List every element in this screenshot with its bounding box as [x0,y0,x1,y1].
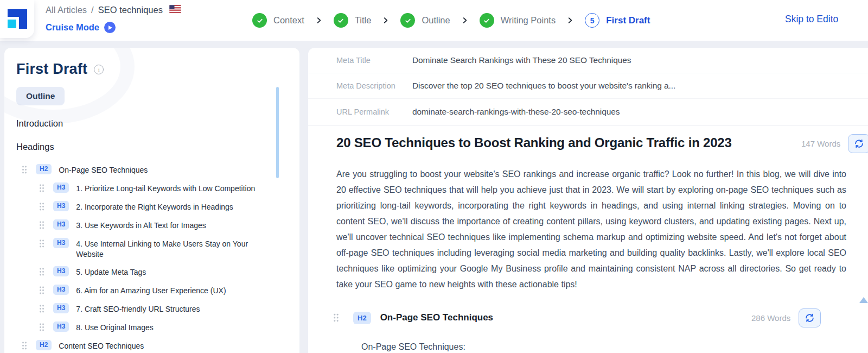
outline-item-text: On-Page SEO Techniques [59,164,148,175]
check-icon [400,13,415,28]
step-label: Context [273,15,304,26]
heading-level-badge: H2 [36,164,52,174]
sidebar-item-headings[interactable]: Headings [16,142,299,152]
outline-item[interactable]: H3 3. Use Keywords in Alt Text for Image… [4,219,299,231]
outline-item-text: 1. Prioritize Long-tail Keywords with Lo… [76,182,255,194]
sidebar-item-introduction[interactable]: Introduction [16,118,299,129]
outline-item[interactable]: H2 On-Page SEO Techniques [4,164,299,176]
drag-handle-icon[interactable] [39,203,44,213]
outline-item-text: 7. Craft SEO-friendly URL Structures [76,303,200,314]
meta-title-row[interactable]: Meta Title Dominate Search Rankings with… [308,48,868,73]
step-context[interactable]: Context [252,13,304,28]
drag-handle-icon[interactable] [39,239,44,250]
section-h2-title[interactable]: On-Page SEO Techniques [380,312,493,323]
heading-level-badge: H2 [353,312,371,324]
section-header-row[interactable]: H2 On-Page SEO Techniques 286 Words [308,308,868,327]
outline-item-text: 3. Use Keywords in Alt Text for Images [76,219,206,231]
progress-stepper: Context Title Outline [252,0,650,41]
step-label: Outline [422,15,450,26]
outline-item-text: Content SEO Techniques [59,340,144,351]
outline-item-text: 4. Use Internal Linking to Make Users St… [76,238,263,260]
tab-outline[interactable]: Outline [16,87,65,105]
meta-description-value[interactable]: Discover the top 20 SEO techniques to bo… [412,81,675,91]
heading-level-badge: H3 [53,182,69,193]
drag-handle-icon[interactable] [39,268,44,278]
outline-list: H2 On-Page SEO Techniques H3 1. Prioriti… [4,164,299,353]
step-number-badge: 5 [585,13,599,28]
drag-handle-icon[interactable] [333,313,339,324]
step-first-draft[interactable]: 5 First Draft [585,13,650,28]
outline-item[interactable]: H3 1. Prioritize Long-tail Keywords with… [4,182,299,194]
editor-panel: Meta Title Dominate Search Rankings with… [308,48,868,353]
outline-item[interactable]: H3 2. Incorporate the Right Keywords in … [4,201,299,213]
chevron-right-icon [566,16,574,24]
meta-title-value[interactable]: Dominate Search Rankings with These 20 S… [412,55,631,65]
app-window: All Articles / SEO techniques [0,0,868,353]
heading-level-badge: H3 [53,266,69,276]
url-permalink-label: URL Permalink [336,108,412,116]
top-header: All Articles / SEO techniques [0,0,868,41]
app-logo[interactable] [0,0,34,38]
regenerate-button[interactable] [799,308,821,327]
play-icon[interactable] [104,22,116,33]
chevron-right-icon [461,16,469,24]
chevron-right-icon [382,16,390,24]
outline-item[interactable]: H3 8. Use Original Images [4,322,299,333]
heading-level-badge: H3 [53,201,69,211]
outline-item-text: 5. Update Meta Tags [76,266,146,278]
outline-item[interactable]: H3 7. Craft SEO-friendly URL Structures [4,303,299,315]
outline-item[interactable]: H2 Content SEO Techniques [4,340,299,352]
url-permalink-row[interactable]: URL Permalink dominate-search-rankings-w… [308,99,868,124]
drag-handle-icon[interactable] [22,342,27,352]
step-outline[interactable]: Outline [400,13,450,28]
decorative-circle [4,48,135,124]
scalenut-logo-icon [8,9,27,29]
intro-paragraph[interactable]: Are you struggling to boost your website… [336,166,846,292]
meta-description-row[interactable]: Meta Description Discover the top 20 SEO… [308,73,868,99]
section-body-text[interactable]: On-Page SEO Techniques: Optimizing your … [361,339,846,353]
heading-level-badge: H2 [36,340,52,350]
meta-section: Meta Title Dominate Search Rankings with… [308,48,868,125]
outline-item-text: 6. Aim for an Amazing User Experience (U… [76,285,226,296]
cruise-mode-button[interactable]: Cruise Mode [46,22,99,33]
regenerate-button[interactable] [848,134,868,153]
step-writing-points[interactable]: Writing Points [480,13,556,28]
outline-item[interactable]: H3 4. Use Internal Linking to Make Users… [4,238,299,260]
chevron-right-icon [315,16,323,24]
document-h1-title[interactable]: 20 SEO Techniques to Boost Ranking and O… [336,135,732,150]
drag-handle-icon[interactable] [39,221,44,231]
check-icon [480,13,494,28]
step-label: First Draft [606,15,650,26]
check-icon [252,13,267,28]
outline-item-text: 8. Use Original Images [76,322,153,333]
heading-level-badge: H3 [53,285,69,295]
sidebar-scrollbar[interactable] [276,87,279,178]
breadcrumb-current: SEO techniques [98,5,163,15]
step-label: Writing Points [501,15,556,26]
breadcrumb-all-articles[interactable]: All Articles [46,5,87,15]
drag-handle-icon[interactable] [39,286,44,297]
heading-level-badge: H3 [53,303,69,313]
drag-handle-icon[interactable] [39,184,44,194]
url-permalink-value[interactable]: dominate-search-rankings-with-these-20-s… [412,107,620,117]
scroll-up-icon[interactable] [859,297,868,303]
info-icon[interactable]: i [94,65,104,74]
meta-description-label: Meta Description [336,81,412,90]
check-icon [334,13,348,28]
heading-level-badge: H3 [53,219,69,230]
outline-item[interactable]: H3 5. Update Meta Tags [4,266,299,278]
drag-handle-icon[interactable] [39,323,44,333]
us-flag-icon [169,5,181,15]
drag-handle-icon[interactable] [22,166,27,176]
outline-sidebar: First Draft i Outline Introduction Headi… [4,48,299,353]
skip-to-editor-link[interactable]: Skip to Edito [785,14,838,25]
heading-level-badge: H3 [53,322,69,332]
word-count: 286 Words [751,313,790,323]
drag-handle-icon[interactable] [39,305,44,315]
sidebar-title: First Draft [16,61,87,78]
step-title[interactable]: Title [334,13,372,28]
heading-level-badge: H3 [53,238,69,248]
outline-item[interactable]: H3 6. Aim for an Amazing User Experience… [4,285,299,297]
outline-item-text: 2. Incorporate the Right Keywords in Hea… [76,201,233,212]
breadcrumb-separator: / [91,5,94,15]
